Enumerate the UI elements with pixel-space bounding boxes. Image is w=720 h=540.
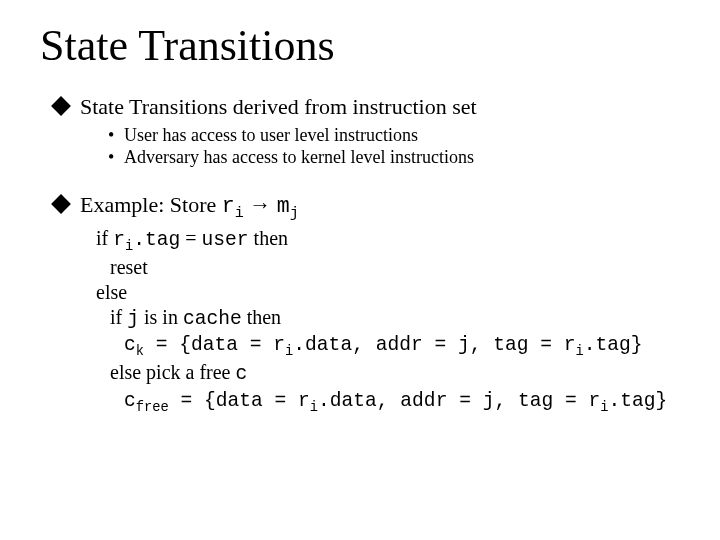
diamond-icon [51,194,71,214]
bullet-1-sub-2: Adversary has access to kernel level ins… [108,146,680,169]
code-mj: mj [277,194,299,218]
pseudo-line-2: reset [110,255,680,280]
pseudo-line-7: cfree = {data = ri.data, addr = j, tag =… [124,387,680,416]
pseudo-line-6: else pick a free c [110,360,680,386]
spacer [40,169,680,187]
slide-title: State Transitions [40,20,680,71]
pseudo-line-3: else [96,280,680,305]
bullet-2-intro: Example: Store [80,192,222,217]
arrow-icon: → [244,192,277,217]
diamond-icon [51,96,71,116]
bullet-2: Example: Store ri → mj [54,191,680,224]
slide: State Transitions State Transitions deri… [0,0,720,540]
pseudo-line-5: ck = {data = ri.data, addr = j, tag = ri… [124,331,680,360]
pseudo-line-4: if j is in cache then [110,305,680,331]
bullet-1-text: State Transitions derived from instructi… [80,94,477,119]
code-ri: ri [222,194,244,218]
pseudo-line-1: if ri.tag = user then [96,226,680,255]
bullet-1: State Transitions derived from instructi… [54,93,680,122]
bullet-1-sub-1: User has access to user level instructio… [108,124,680,147]
